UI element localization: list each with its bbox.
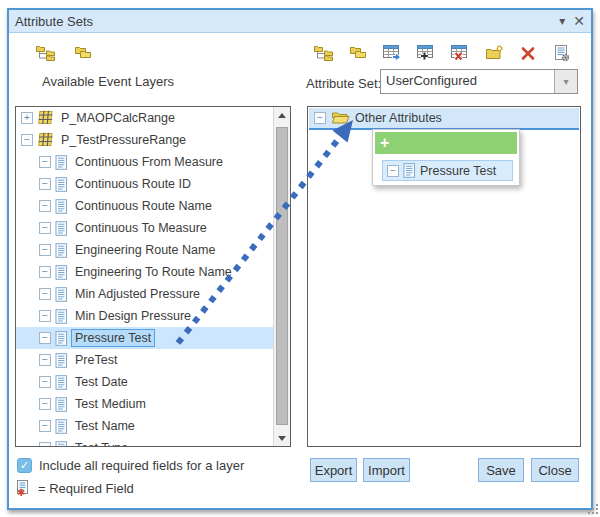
collapse-dialog-icon[interactable]: ▾ [559,15,565,27]
field-doc-icon [55,309,68,324]
open-folders-icon [349,45,368,61]
titlebar[interactable]: Attribute Sets ▾ ✕ [9,10,591,33]
tree-item-field[interactable]: − PreTest [16,349,273,371]
field-label: Continuous Route ID [72,176,194,192]
collapse-toggle[interactable]: − [39,420,51,432]
report-settings-icon [553,45,571,62]
svg-text:✱: ✱ [17,487,25,497]
field-doc-icon [55,419,68,434]
open-folders-button-2[interactable] [347,43,369,63]
attribute-set-panel: − Other Attributes + − [307,106,581,447]
collapse-toggle[interactable]: − [21,134,33,146]
tree-item-field[interactable]: − Min Adjusted Pressure [16,283,273,305]
attribute-set-label: Attribute Set: [306,76,381,91]
tree-item-field[interactable]: − Test Type [16,437,273,446]
combo-dropdown-button[interactable]: ▾ [554,70,577,93]
import-button[interactable]: Import [363,458,410,482]
open-folder-icon [331,111,350,125]
field-label: Pressure Test [72,330,154,346]
attribute-set-value[interactable]: UserConfigured [381,70,554,93]
screenshot-root: Attribute Sets ▾ ✕ [0,0,600,517]
expand-toggle[interactable]: + [21,112,33,124]
layer-tree-button[interactable] [35,43,57,63]
scrollbar-thumb[interactable] [276,127,288,425]
close-button[interactable]: Close [531,458,579,482]
layer-tree: + P_MAOPCalcRange − [16,107,273,446]
collapse-toggle[interactable]: − [39,156,51,168]
field-doc-icon [55,243,68,258]
tree-item-field[interactable]: − Engineering Route Name [16,239,273,261]
export-button[interactable]: Export [310,458,357,482]
tree-item-field[interactable]: − Min Design Pressure [16,305,273,327]
field-doc-icon [55,177,68,192]
field-label: Min Design Pressure [72,308,194,324]
tree-item-field[interactable]: − Continuous Route Name [16,195,273,217]
layer-tree-button-2[interactable] [313,43,335,63]
tree-item-field[interactable]: − Test Date [16,371,273,393]
close-dialog-icon[interactable]: ✕ [573,14,585,28]
required-field-label: = Required Field [38,481,134,496]
folder-new-button[interactable] [483,43,505,63]
field-doc-icon [55,287,68,302]
collapse-toggle[interactable]: − [39,266,51,278]
required-field-icon: ✱ [16,480,32,497]
field-label: Engineering Route Name [72,242,218,258]
dragged-item-row: − Pressure Test [382,160,513,181]
report-settings-button[interactable] [551,43,573,63]
scroll-down-icon[interactable] [274,430,290,446]
collapse-toggle[interactable]: − [39,310,51,322]
drag-preview: + − Pressure Test [372,129,520,186]
other-attributes-folder-row[interactable]: − Other Attributes [309,108,579,130]
delete-button[interactable] [517,43,539,63]
table-export-button[interactable] [381,43,403,63]
field-doc-icon [55,199,68,214]
dragged-item-label: Pressure Test [420,164,496,178]
drop-indicator-bar: + [375,132,517,154]
collapse-toggle[interactable]: − [314,112,326,124]
resize-grip[interactable] [585,501,598,514]
collapse-toggle[interactable]: − [39,354,51,366]
attribute-sets-dialog: Attribute Sets ▾ ✕ [7,8,593,510]
plus-icon: + [380,135,389,151]
include-required-label: Include all required fields for a layer [39,458,244,473]
collapse-toggle[interactable]: − [39,442,51,446]
delete-x-icon [520,46,536,61]
attribute-set-combobox[interactable]: UserConfigured ▾ [380,69,578,94]
field-label: Min Adjusted Pressure [72,286,203,302]
include-required-row: ✓ Include all required fields for a laye… [17,458,244,473]
field-label: Test Name [72,418,138,434]
field-doc-icon [55,331,68,346]
tree-item-field[interactable]: − Continuous To Measure [16,217,273,239]
field-doc-icon [55,155,68,170]
field-label: Continuous To Measure [72,220,210,236]
collapse-toggle[interactable]: − [39,200,51,212]
tree-item-field[interactable]: − Test Medium [16,393,273,415]
collapse-toggle[interactable]: − [39,398,51,410]
collapse-toggle[interactable]: − [39,288,51,300]
tree-item-field[interactable]: − Pressure Test [16,327,273,349]
open-folders-button[interactable] [72,43,94,63]
table-add-button[interactable] [415,43,437,63]
save-button[interactable]: Save [478,458,524,482]
collapse-toggle[interactable]: − [39,332,51,344]
tree-scrollbar[interactable] [273,107,290,446]
tree-item-layer-maop[interactable]: + P_MAOPCalcRange [16,107,273,129]
field-doc-icon [55,265,68,280]
tree-item-field[interactable]: − Engineering To Route Name [16,261,273,283]
field-label: Test Type [72,440,131,446]
folder-label: Other Attributes [355,111,442,125]
chevron-down-icon: ▾ [563,76,568,87]
include-required-checkbox[interactable]: ✓ [17,458,32,473]
table-remove-button[interactable] [449,43,471,63]
collapse-toggle[interactable]: − [39,244,51,256]
dialog-title: Attribute Sets [15,14,93,29]
tree-item-field[interactable]: − Continuous From Measure [16,151,273,173]
table-add-icon [417,45,436,61]
tree-item-field[interactable]: − Test Name [16,415,273,437]
scroll-up-icon[interactable] [274,107,290,123]
collapse-toggle[interactable]: − [39,178,51,190]
collapse-toggle[interactable]: − [39,376,51,388]
tree-item-field[interactable]: − Continuous Route ID [16,173,273,195]
tree-item-layer-testpressure[interactable]: − P_TestPressureRange [16,129,273,151]
collapse-toggle[interactable]: − [39,222,51,234]
